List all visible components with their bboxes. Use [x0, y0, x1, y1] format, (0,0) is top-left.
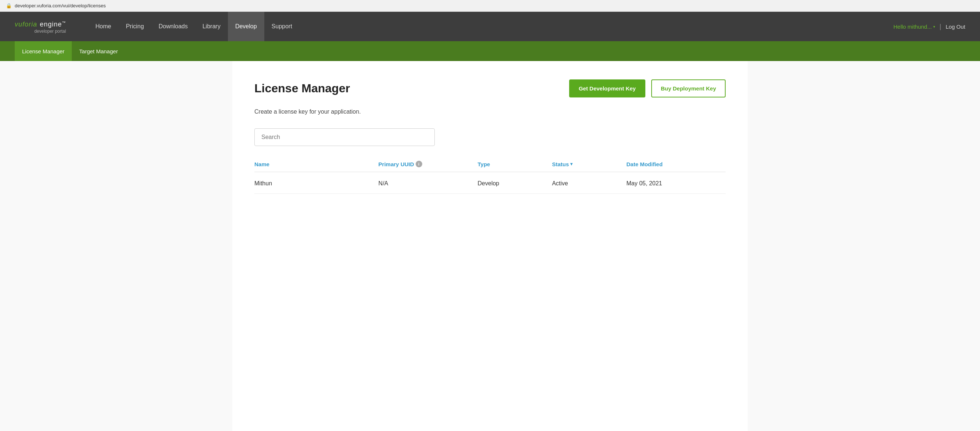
search-input[interactable] [255, 128, 435, 146]
page-subtitle: Create a license key for your applicatio… [255, 108, 725, 115]
cell-uuid: N/A [379, 180, 477, 187]
buy-deployment-key-button[interactable]: Buy Deployment Key [651, 79, 725, 97]
nav-library[interactable]: Library [195, 12, 228, 41]
logo-sub: developer portal [15, 29, 66, 34]
col-header-name[interactable]: Name [255, 161, 379, 167]
top-nav: vuforia engine™ developer portal Home Pr… [0, 12, 980, 41]
page-header: License Manager Get Development Key Buy … [255, 79, 725, 97]
nav-downloads[interactable]: Downloads [151, 12, 195, 41]
address-url[interactable]: developer.vuforia.com/vui/develop/licens… [15, 3, 106, 8]
chevron-down-icon: ▾ [933, 25, 935, 29]
nav-pricing[interactable]: Pricing [119, 12, 151, 41]
cell-name: Mithun [255, 180, 379, 187]
col-header-status[interactable]: Status ▾ [552, 161, 626, 167]
nav-support[interactable]: Support [264, 12, 300, 41]
logout-link[interactable]: Log Out [946, 24, 965, 30]
sort-icon: ▾ [570, 162, 573, 166]
cell-status: Active [552, 180, 626, 187]
subnav-license-manager[interactable]: License Manager [15, 41, 72, 61]
nav-home[interactable]: Home [88, 12, 119, 41]
lock-icon: 🔒 [6, 3, 12, 8]
table-header: Name Primary UUID i Type Status ▾ Date M… [255, 161, 725, 172]
table-row[interactable]: Mithun N/A Develop Active May 05, 2021 [255, 174, 725, 194]
user-greeting[interactable]: Hello mithund... ▾ [894, 24, 935, 30]
cell-date: May 05, 2021 [627, 180, 725, 187]
main-content: License Manager Get Development Key Buy … [232, 61, 748, 431]
col-header-type[interactable]: Type [477, 161, 552, 167]
logo: vuforia engine™ developer portal [15, 19, 66, 34]
license-table: Name Primary UUID i Type Status ▾ Date M… [255, 161, 725, 194]
cell-type: Develop [477, 180, 552, 187]
logo-brand: vuforia engine™ [15, 19, 66, 29]
nav-links: Home Pricing Downloads Library Develop S… [88, 12, 894, 41]
header-buttons: Get Development Key Buy Deployment Key [569, 79, 725, 97]
search-container [255, 128, 725, 146]
nav-develop[interactable]: Develop [228, 12, 264, 41]
subnav-target-manager[interactable]: Target Manager [72, 41, 125, 61]
sub-nav: License Manager Target Manager [0, 41, 980, 61]
user-greeting-text: Hello mithund... [894, 24, 932, 30]
uuid-info-icon[interactable]: i [416, 161, 422, 167]
address-bar: 🔒 developer.vuforia.com/vui/develop/lice… [0, 0, 980, 12]
nav-user-area: Hello mithund... ▾ | Log Out [894, 23, 965, 30]
get-development-key-button[interactable]: Get Development Key [569, 79, 645, 97]
col-header-uuid[interactable]: Primary UUID i [379, 161, 477, 167]
col-header-date[interactable]: Date Modified [627, 161, 725, 167]
page-title: License Manager [255, 82, 350, 95]
nav-divider: | [940, 23, 941, 30]
